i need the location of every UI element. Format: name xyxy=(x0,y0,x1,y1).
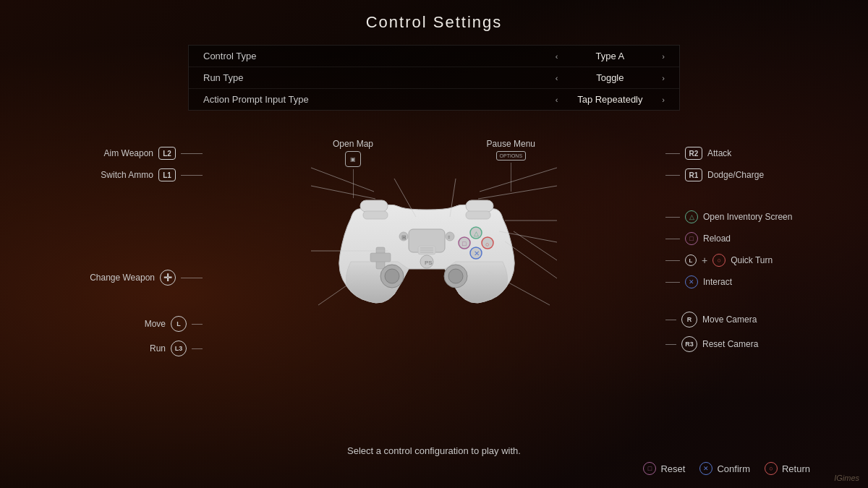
setting-label-control-type: Control Type xyxy=(203,51,556,61)
l-badge: L xyxy=(171,316,187,332)
svg-rect-3 xyxy=(466,211,490,219)
pause-menu-label: Pause Menu xyxy=(487,139,535,149)
left-controls: Aim Weapon L2 Switch Ammo L1 Change Weap… xyxy=(58,121,203,352)
touchpad-icon: ▣ xyxy=(345,151,361,167)
confirm-cross-icon: ✕ xyxy=(699,462,712,475)
l1-badge: L1 xyxy=(158,168,176,181)
svg-point-14 xyxy=(385,269,399,283)
interact-row: ✕ Interact xyxy=(665,271,825,293)
svg-rect-1 xyxy=(466,200,493,212)
controller-center: Open Map ▣ Pause Menu OPTIONS xyxy=(311,139,557,334)
svg-text:≡: ≡ xyxy=(448,235,451,239)
move-camera-row: R Move Camera xyxy=(665,307,825,332)
svg-rect-12 xyxy=(370,253,391,262)
dodge-label: Dodge/Charge xyxy=(707,170,764,180)
change-weapon-row: Change Weapon ✛ xyxy=(58,265,203,290)
r-badge: R xyxy=(681,312,697,328)
aim-weapon-row: Aim Weapon L2 xyxy=(58,142,203,164)
setting-row-control-type[interactable]: Control Type ‹ Type A › xyxy=(189,46,679,67)
return-label: Return xyxy=(782,463,810,474)
setting-row-action-prompt[interactable]: Action Prompt Input Type ‹ Tap Repeatedl… xyxy=(189,89,679,110)
top-button-labels: Open Map ▣ Pause Menu OPTIONS xyxy=(311,139,557,198)
return-button[interactable]: ○ Return xyxy=(765,462,810,475)
confirm-button[interactable]: ✕ Confirm xyxy=(699,462,750,475)
run-row: Run L3 xyxy=(58,336,203,361)
r3-badge: R3 xyxy=(681,336,697,352)
open-map-label: Open Map xyxy=(333,139,373,149)
chevron-left-run-type[interactable]: ‹ xyxy=(556,74,558,82)
options-badge: OPTIONS xyxy=(496,151,527,160)
return-circle-icon: ○ xyxy=(765,462,778,475)
chevron-right-run-type[interactable]: › xyxy=(662,74,665,82)
reload-label: Reload xyxy=(703,234,731,244)
l-small-badge: L xyxy=(685,254,697,266)
svg-text:□: □ xyxy=(462,240,467,247)
controller-layout: Aim Weapon L2 Switch Ammo L1 Change Weap… xyxy=(43,121,825,352)
footer: Select a control configuration to play w… xyxy=(43,445,825,481)
l3-badge: L3 xyxy=(171,341,187,356)
plus-symbol: + xyxy=(702,254,707,266)
setting-row-run-type[interactable]: Run Type ‹ Toggle › xyxy=(189,67,679,89)
chevron-left-control-type[interactable]: ‹ xyxy=(556,52,558,61)
setting-value-control-type: Type A xyxy=(566,51,653,61)
r1-badge: R1 xyxy=(685,168,702,181)
reset-camera-row: R3 Reset Camera xyxy=(665,332,825,356)
svg-point-16 xyxy=(448,269,463,283)
chevron-right-control-type[interactable]: › xyxy=(662,52,665,61)
dpad-badge: ✛ xyxy=(160,270,176,286)
hint-text: Select a control configuration to play w… xyxy=(347,445,521,456)
svg-text:○: ○ xyxy=(485,241,489,248)
setting-label-action-prompt: Action Prompt Input Type xyxy=(203,94,556,105)
change-weapon-label: Change Weapon xyxy=(90,273,155,283)
setting-value-action-prompt: Tap Repeatedly xyxy=(566,94,653,105)
switch-ammo-row: Switch Ammo L1 xyxy=(58,164,203,186)
run-label: Run xyxy=(150,343,166,354)
pause-menu-label-group: Pause Menu OPTIONS xyxy=(487,139,535,198)
setting-label-run-type: Run Type xyxy=(203,72,556,83)
reload-row: □ Reload xyxy=(665,228,825,249)
svg-rect-2 xyxy=(363,211,388,219)
quick-turn-row: L + ○ Quick Turn xyxy=(665,249,825,271)
square-icon: □ xyxy=(685,232,698,245)
page-title: Control Settings xyxy=(366,13,503,32)
svg-text:⊞: ⊞ xyxy=(401,234,407,241)
attack-row: R2 Attack xyxy=(665,142,825,164)
aim-weapon-label: Aim Weapon xyxy=(104,148,153,158)
svg-text:PS: PS xyxy=(425,260,433,266)
inventory-label: Open Inventory Screen xyxy=(703,212,792,222)
switch-ammo-label: Switch Ammo xyxy=(101,170,153,180)
r2-badge: R2 xyxy=(685,147,702,160)
svg-rect-0 xyxy=(360,200,388,212)
attack-label: Attack xyxy=(707,148,731,158)
inventory-row: △ Open Inventory Screen xyxy=(665,206,825,228)
triangle-icon: △ xyxy=(685,210,698,223)
chevron-left-action-prompt[interactable]: ‹ xyxy=(556,95,558,104)
circle-icon: ○ xyxy=(712,254,726,267)
reset-button[interactable]: □ Reset xyxy=(643,462,685,475)
reset-label: Reset xyxy=(660,463,685,474)
move-label: Move xyxy=(145,319,166,329)
move-row: Move L xyxy=(58,312,203,336)
setting-value-run-type: Toggle xyxy=(566,72,653,83)
move-camera-label: Move Camera xyxy=(702,314,757,325)
chevron-right-action-prompt[interactable]: › xyxy=(662,95,665,104)
settings-panel: Control Type ‹ Type A › Run Type ‹ Toggl… xyxy=(188,45,680,111)
dodge-row: R1 Dodge/Charge xyxy=(665,164,825,186)
reset-camera-label: Reset Camera xyxy=(702,339,758,349)
svg-text:✕: ✕ xyxy=(474,249,480,257)
l2-badge: L2 xyxy=(158,147,176,160)
reset-square-icon: □ xyxy=(643,462,656,475)
cross-icon: ✕ xyxy=(685,275,698,288)
footer-buttons: □ Reset ✕ Confirm ○ Return xyxy=(643,462,825,475)
svg-text:△: △ xyxy=(474,230,479,237)
confirm-label: Confirm xyxy=(717,463,750,474)
interact-label: Interact xyxy=(703,277,732,287)
quick-turn-label: Quick Turn xyxy=(731,255,773,265)
right-controls: R2 Attack R1 Dodge/Charge △ Open Invento… xyxy=(665,121,825,352)
open-map-label-group: Open Map ▣ xyxy=(333,139,373,198)
